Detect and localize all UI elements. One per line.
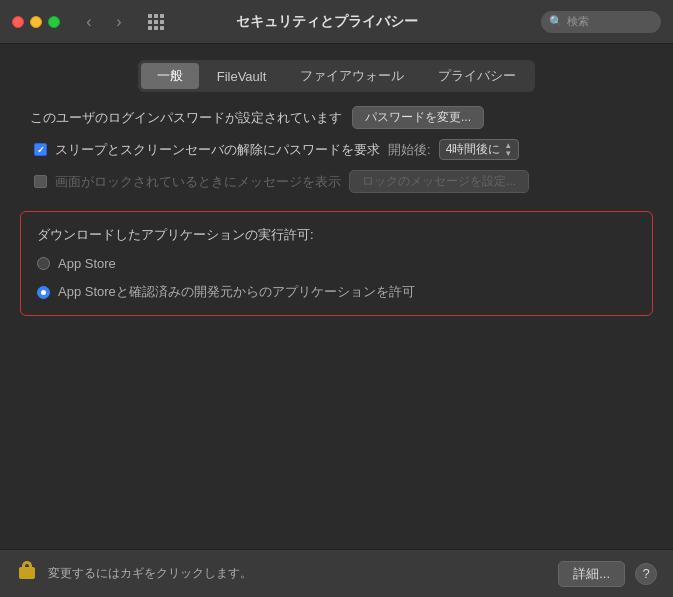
- titlebar: ‹ › セキュリティとプライバシー 🔍 検索: [0, 0, 673, 44]
- start-label: 開始後:: [388, 141, 431, 159]
- detail-button[interactable]: 詳細...: [558, 561, 625, 587]
- radio-app-store[interactable]: [37, 257, 50, 270]
- radio-app-store-label: App Store: [58, 256, 116, 271]
- change-password-button[interactable]: パスワードを変更...: [352, 106, 484, 129]
- lock-icon[interactable]: [16, 561, 38, 587]
- lock-message-row: 画面がロックされているときにメッセージを表示 ロックのメッセージを設定...: [34, 170, 643, 193]
- search-box[interactable]: 🔍 検索: [541, 11, 661, 33]
- sleep-time-value: 4時間後に: [446, 141, 501, 158]
- lock-message-button: ロックのメッセージを設定...: [349, 170, 529, 193]
- select-arrows-icon: ▲▼: [504, 142, 512, 158]
- radio-row-app-store-identified: App Storeと確認済みの開発元からのアプリケーションを許可: [37, 283, 636, 301]
- back-button[interactable]: ‹: [76, 12, 102, 32]
- lock-message-checkbox[interactable]: [34, 175, 47, 188]
- radio-row-app-store: App Store: [37, 256, 636, 271]
- download-title: ダウンロードしたアプリケーションの実行許可:: [37, 226, 636, 244]
- tab-filevault[interactable]: FileVault: [201, 63, 283, 89]
- bottombar: 変更するにはカギをクリックします。 詳細... ?: [0, 549, 673, 597]
- login-password-label: このユーザのログインパスワードが設定されています: [30, 109, 342, 127]
- settings-section: このユーザのログインパスワードが設定されています パスワードを変更... スリー…: [20, 106, 653, 193]
- search-icon: 🔍: [549, 15, 563, 28]
- radio-app-store-identified-label: App Storeと確認済みの開発元からのアプリケーションを許可: [58, 283, 415, 301]
- login-password-row: このユーザのログインパスワードが設定されています パスワードを変更...: [30, 106, 643, 129]
- minimize-button[interactable]: [30, 16, 42, 28]
- tab-firewall[interactable]: ファイアウォール: [284, 63, 420, 89]
- maximize-button[interactable]: [48, 16, 60, 28]
- sleep-require-label: スリープとスクリーンセーバの解除にパスワードを要求: [55, 141, 380, 159]
- content-area: 一般 FileVault ファイアウォール プライバシー このユーザのログインパ…: [0, 44, 673, 549]
- radio-app-store-identified[interactable]: [37, 286, 50, 299]
- sleep-time-select[interactable]: 4時間後に ▲▼: [439, 139, 520, 160]
- lock-message-label: 画面がロックされているときにメッセージを表示: [55, 173, 341, 191]
- help-button[interactable]: ?: [635, 563, 657, 585]
- lock-text: 変更するにはカギをクリックします。: [48, 565, 293, 582]
- sleep-require-row: スリープとスクリーンセーバの解除にパスワードを要求 開始後: 4時間後に ▲▼: [34, 139, 643, 160]
- traffic-lights: [12, 16, 60, 28]
- grid-icon[interactable]: [148, 14, 164, 30]
- close-button[interactable]: [12, 16, 24, 28]
- tab-privacy[interactable]: プライバシー: [422, 63, 532, 89]
- tab-general[interactable]: 一般: [141, 63, 199, 89]
- tab-bar: 一般 FileVault ファイアウォール プライバシー: [138, 60, 536, 92]
- window-title: セキュリティとプライバシー: [180, 13, 473, 31]
- sleep-require-checkbox[interactable]: [34, 143, 47, 156]
- lock-body: [19, 567, 35, 579]
- search-placeholder: 検索: [567, 14, 589, 29]
- nav-buttons: ‹ ›: [76, 12, 132, 32]
- forward-button[interactable]: ›: [106, 12, 132, 32]
- download-section: ダウンロードしたアプリケーションの実行許可: App Store App Sto…: [20, 211, 653, 316]
